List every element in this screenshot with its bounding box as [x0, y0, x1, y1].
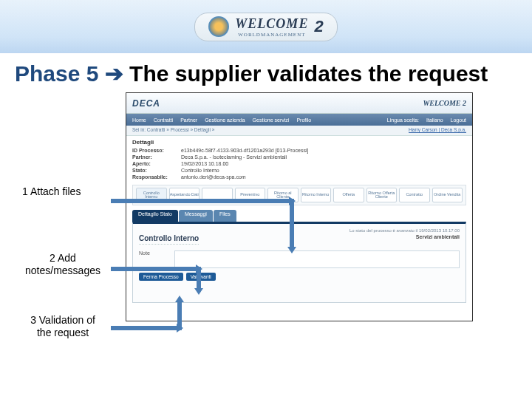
panel-buttons: Ferma Processo Vai avanti	[139, 273, 460, 281]
breadcrumb-path: Sei in: Contratti » Processi » Dettagli …	[132, 127, 214, 132]
panel-caption: Lo stato del processo è avanzato il 19/0…	[139, 228, 460, 233]
detail-value: e13b449c-58f7-4133-903d-df1201a293d [013…	[181, 148, 308, 153]
ss-navbar: Home Contratti Partner Gestione azienda …	[126, 114, 472, 126]
detail-label: Partner:	[132, 154, 177, 160]
detail-label: Aperto:	[132, 161, 177, 166]
logo-subtitle: WORLDMANAGEMENT	[235, 32, 308, 38]
arrow-connector	[111, 267, 197, 271]
arrow-connector	[177, 301, 182, 330]
tab-files[interactable]: Files	[214, 210, 236, 222]
heading-phase: Phase 5	[15, 61, 98, 86]
detail-value: Controllo Interno	[181, 168, 219, 173]
detail-value: antonio.deri@deca-spa.com	[181, 174, 246, 180]
brand-welcome: WELCOME 2	[423, 99, 466, 107]
tab-dettaglio[interactable]: Dettaglio Stato	[132, 210, 178, 222]
annotation-add-notes: 2 Add notes/messages	[22, 252, 103, 277]
panel-service: Servizi ambientali	[416, 234, 460, 239]
content-area: DECA WELCOME 2 Home Contratti Partner Ge…	[0, 92, 532, 399]
app-screenshot: DECA WELCOME 2 Home Contratti Partner Ge…	[126, 92, 473, 321]
panel-title: Controllo Interno	[139, 234, 199, 245]
annotation-validation: 3 Validation of the request	[22, 314, 103, 339]
detail-row: Partner:Deca S.p.a. - Isoteclaming - Ser…	[126, 154, 472, 160]
heading-rest: The supplier validates the request	[129, 61, 488, 86]
chevron-step[interactable]: Ritorno Interno	[301, 188, 332, 202]
detail-label: ID Processo:	[132, 148, 177, 153]
breadcrumb: Sei in: Contratti » Processi » Dettagli …	[126, 126, 472, 136]
logo-word: WELCOME	[235, 16, 308, 31]
detail-label: Responsabile:	[132, 174, 177, 180]
detail-value: 19/02/2013 10.18.00	[181, 161, 228, 166]
stop-process-button[interactable]: Ferma Processo	[139, 273, 183, 281]
globe-icon	[208, 16, 229, 37]
ss-header: DECA WELCOME 2	[126, 93, 472, 114]
section-title: Dettagli	[126, 136, 472, 147]
nav-azienda[interactable]: Gestione azienda	[205, 117, 245, 123]
nav-contratti[interactable]: Contratti	[154, 117, 173, 123]
note-label: Note	[139, 250, 168, 256]
detail-panel: Lo stato del processo è avanzato il 19/0…	[132, 222, 466, 303]
logo-pill: WELCOME WORLDMANAGEMENT 2	[194, 13, 337, 41]
detail-row: Stato:Controllo Interno	[126, 167, 472, 174]
detail-row: Responsabile:antonio.deri@deca-spa.com	[126, 174, 472, 180]
nav-home[interactable]: Home	[132, 117, 146, 123]
logout-link[interactable]: Logout	[451, 117, 466, 123]
note-input[interactable]	[174, 250, 460, 268]
note-field: Note	[139, 250, 460, 268]
nav-partner[interactable]: Partner	[180, 117, 197, 123]
chevron-step[interactable]: Contratto	[399, 188, 430, 202]
arrow-icon: ➔	[105, 61, 123, 86]
arrow-connector	[111, 199, 290, 203]
header-band: WELCOME WORLDMANAGEMENT 2	[0, 0, 532, 53]
arrow-connector	[111, 326, 177, 330]
breadcrumb-user[interactable]: Harry Carson | Deca S.p.a.	[409, 127, 466, 132]
logo-number: 2	[314, 17, 323, 36]
arrow-connector	[290, 199, 294, 248]
chevron-step[interactable]: Ordine Vendita	[432, 188, 463, 202]
detail-label: Stato:	[132, 168, 177, 173]
lang-value[interactable]: Italiano	[426, 117, 443, 123]
detail-row: ID Processo:e13b449c-58f7-4133-903d-df12…	[126, 147, 472, 154]
logo-text: WELCOME WORLDMANAGEMENT	[235, 16, 308, 38]
brand-deca: DECA	[132, 98, 160, 109]
detail-row: Aperto:19/02/2013 10.18.00	[126, 160, 472, 167]
arrow-connector	[197, 267, 201, 289]
annotation-attach-files: 1 Attach files	[22, 185, 81, 198]
chevron-step[interactable]: Ritorno Offerta Cliente	[366, 188, 398, 202]
nav-profilo[interactable]: Profilo	[296, 117, 311, 123]
detail-value: Deca S.p.a. - Isoteclaming - Servizi amb…	[181, 154, 287, 160]
lang-label: Lingua scelta:	[387, 117, 419, 123]
tab-messaggi[interactable]: Messaggi	[179, 210, 213, 222]
slide-heading: Phase 5 ➔ The supplier validates the req…	[0, 53, 532, 92]
tab-strip: Dettaglio Stato Messaggi Files	[132, 210, 466, 222]
chevron-step[interactable]: Offerta	[333, 188, 364, 202]
nav-servizi[interactable]: Gestione servizi	[253, 117, 290, 123]
